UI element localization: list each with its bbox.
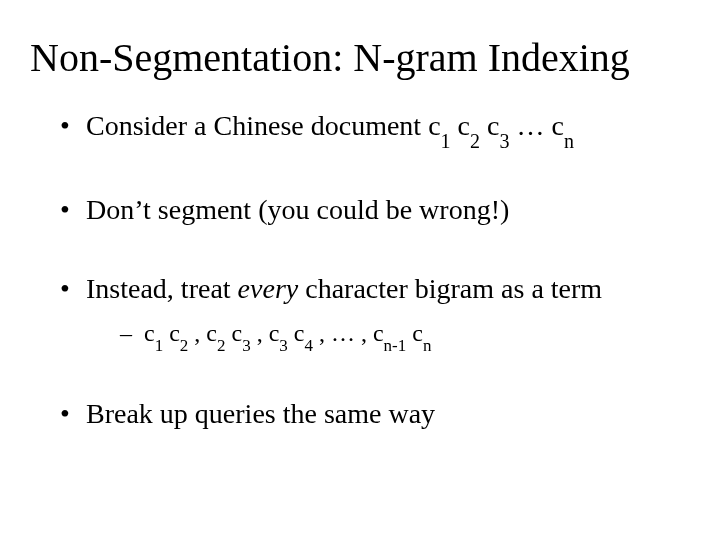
bullet-break-queries: Break up queries the same way [60, 396, 690, 431]
bullet-consider-document: Consider a Chinese document c1 c2 c3 … c… [60, 108, 690, 148]
subscript-n-1: n-1 [384, 336, 407, 355]
slide-title: Non-Segmentation: N-gram Indexing [30, 36, 690, 80]
subscript-4: 4 [304, 336, 313, 355]
subscript-3: 3 [499, 130, 509, 152]
subscript-2: 2 [180, 336, 189, 355]
text: c [144, 320, 155, 346]
text: , c [251, 320, 280, 346]
text: c [288, 320, 305, 346]
text: Instead, treat [86, 273, 238, 304]
bullet-instead: Instead, treat every character bigram as… [60, 271, 690, 353]
subscript-1: 1 [155, 336, 164, 355]
slide: Non-Segmentation: N-gram Indexing Consid… [0, 0, 720, 540]
bullet-dont-segment: Don’t segment (you could be wrong!) [60, 192, 690, 227]
text: , c [188, 320, 217, 346]
text: c [163, 320, 180, 346]
subscript-n: n [564, 130, 574, 152]
text: , … , c [313, 320, 384, 346]
subscript-3: 3 [242, 336, 251, 355]
sub-bullet-list: c1 c2 , c2 c3 , c3 c4 , … , cn-1 cn [86, 318, 690, 353]
sub-bullet-bigrams: c1 c2 , c2 c3 , c3 c4 , … , cn-1 cn [120, 318, 690, 353]
text: c [406, 320, 423, 346]
text: character bigram as a term [298, 273, 602, 304]
subscript-3: 3 [279, 336, 288, 355]
text: c [225, 320, 242, 346]
bullet-list: Consider a Chinese document c1 c2 c3 … c… [30, 108, 690, 431]
subscript-2: 2 [217, 336, 226, 355]
text: … c [509, 110, 563, 141]
text: c [451, 110, 470, 141]
subscript-n: n [423, 336, 432, 355]
subscript-1: 1 [441, 130, 451, 152]
emphasis-every: every [238, 273, 299, 304]
text: c [480, 110, 499, 141]
text: Consider a Chinese document c [86, 110, 441, 141]
subscript-2: 2 [470, 130, 480, 152]
